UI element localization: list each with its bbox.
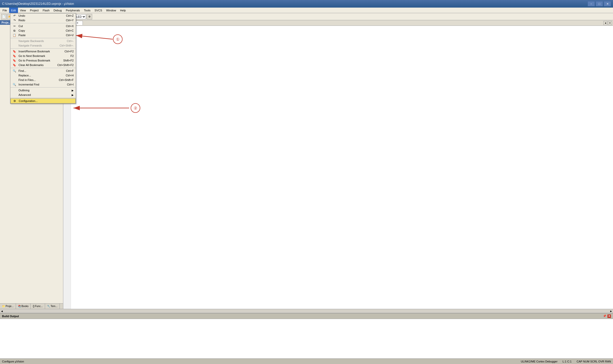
caps-text: CAP NUM SCRL OVR RAN (577, 360, 611, 363)
prev-bookmark-shortcut: Shift+F2 (63, 59, 74, 62)
clear-bookmarks-shortcut: Ctrl+Shift+F2 (57, 63, 74, 67)
title-controls: − □ ✕ (588, 1, 611, 6)
build-output-title: Build Output (2, 315, 19, 318)
copy-icon: ⧉ (12, 29, 16, 32)
menu-bar: File Edit View Project Flash Debug Perip… (0, 8, 613, 13)
find-label: Find... (18, 69, 26, 72)
nav-back-shortcut: Ctrl+- (67, 39, 74, 42)
menu-item-next-bookmark[interactable]: 🔖 Go to Next Bookmark F2 (10, 54, 76, 58)
redo-icon: ↷ (12, 19, 16, 22)
menu-help[interactable]: Help (118, 8, 128, 13)
editor-close[interactable]: ✕ (608, 21, 612, 25)
tab-controls: ◄ ✕ (603, 21, 612, 25)
sep-6 (10, 98, 76, 98)
menu-svcs[interactable]: SVCS (92, 8, 104, 13)
find-files-label: Find in Files... (18, 78, 36, 81)
advanced-label: Advanced (18, 93, 31, 96)
menu-item-advanced[interactable]: Advanced ▶ (10, 93, 76, 97)
menu-item-undo[interactable]: ↶ Undo Ctrl+Z (10, 13, 76, 18)
menu-item-cut[interactable]: ✂ Cut Ctrl+X (10, 24, 76, 28)
title-bar: C:\Users\wj\Desktop\20231214\LED.uvprojx… (0, 0, 613, 8)
menu-item-redo[interactable]: ↷ Redo Ctrl+Y (10, 18, 76, 23)
scroll-right-btn[interactable]: ► (610, 310, 612, 313)
sidebar-tab-project[interactable]: 📁 Proje... (0, 304, 16, 309)
h-scrollbar-track[interactable] (4, 310, 609, 312)
bookmark-icon: 🔖 (12, 50, 16, 53)
menu-item-paste[interactable]: 📋 Paste Ctrl+V (10, 33, 76, 37)
tem-icon: 🔧 (47, 305, 50, 308)
sep-4 (10, 68, 76, 68)
toolbar-settings[interactable]: ⚙ (87, 14, 92, 19)
target-select[interactable]: LED (75, 14, 86, 19)
menu-item-prev-bookmark[interactable]: 🔖 Go to Previous Bookmark Shift+F2 (10, 58, 76, 63)
editor-content[interactable]: 1 (63, 26, 613, 309)
status-left-text: Configure µVision (2, 360, 24, 363)
menu-item-replace[interactable]: Replace... Ctrl+H (10, 73, 76, 78)
nav-fwd-shortcut: Ctrl+Shift+- (60, 44, 74, 47)
insert-bookmark-shortcut: Ctrl+F2 (65, 50, 74, 53)
menu-edit[interactable]: Edit (9, 8, 18, 13)
menu-peripherals[interactable]: Peripherals (64, 8, 82, 13)
redo-shortcut: Ctrl+Y (66, 19, 74, 22)
sidebar-tab-func[interactable]: {} Func... (31, 304, 45, 309)
menu-debug[interactable]: Debug (52, 8, 64, 13)
menu-window[interactable]: Window (104, 8, 118, 13)
tab-close-icon[interactable]: ✕ (76, 22, 78, 24)
paste-icon: 📋 (12, 34, 16, 37)
position-text: L:1 C:1 (563, 360, 571, 363)
sep-3 (10, 48, 76, 49)
menu-item-configuration[interactable]: ⚙ Configuration... (10, 98, 76, 103)
editor-area: main.c ✕ ◄ ✕ 1 (63, 20, 613, 309)
books-icon: 📚 (18, 305, 21, 308)
cut-shortcut: Ctrl+X (66, 25, 74, 28)
outlining-arrow: ▶ (72, 89, 74, 92)
undo-shortcut: Ctrl+Z (66, 14, 74, 17)
insert-bookmark-label: Insert/Remove Bookmark (18, 50, 50, 53)
replace-label: Replace... (18, 74, 31, 77)
editor-nav-left[interactable]: ◄ (603, 21, 607, 25)
next-bookmark-icon: 🔖 (12, 54, 16, 58)
menu-file[interactable]: File (1, 8, 9, 13)
status-bar: Configure µVision ULINK2/ME Cortex Debug… (0, 358, 613, 364)
scroll-left-btn[interactable]: ◄ (1, 310, 3, 313)
nav-back-label: Navigate Backwards (18, 39, 44, 42)
maximize-button[interactable]: □ (596, 1, 603, 6)
build-output-pin-icon[interactable]: 📌 (603, 314, 606, 318)
config-icon: ⚙ (13, 99, 17, 103)
menu-item-find-files[interactable]: Find in Files... Ctrl+Shift+F (10, 78, 76, 82)
menu-item-copy[interactable]: ⧉ Copy Ctrl+C (10, 28, 76, 33)
toolbar: 📄 📂 💾 ✂ ⧉ 📋 ↶ ↷ 🔨 ▶ ■ LED ⚙ (0, 13, 613, 20)
find-icon: 🔍 (12, 69, 16, 73)
h-scroll[interactable]: ◄ ► (0, 309, 613, 313)
debugger-text: ULINK2/ME Cortex Debugger (521, 360, 558, 363)
copy-label: Copy (18, 29, 25, 32)
build-output-content (0, 319, 613, 358)
sidebar-tabs: 📁 Proje... 📚 Books {} Func... 🔧 Tem... (0, 303, 63, 309)
project-icon: 📁 (2, 305, 5, 308)
undo-label: Undo (18, 14, 25, 17)
cut-label: Cut (18, 25, 23, 28)
minimize-button[interactable]: − (588, 1, 595, 6)
editor-tab-bar: main.c ✕ ◄ ✕ (63, 20, 613, 26)
menu-tools[interactable]: Tools (82, 8, 93, 13)
cut-icon: ✂ (12, 25, 16, 28)
main-layout: Proje... ◄ 📁 Proje... 📚 Books {} Func...… (0, 20, 613, 309)
toolbar-new[interactable]: 📄 (1, 14, 7, 19)
menu-item-outlining[interactable]: Outlining ▶ (10, 88, 76, 93)
menu-item-insert-bookmark[interactable]: 🔖 Insert/Remove Bookmark Ctrl+F2 (10, 49, 76, 54)
close-button[interactable]: ✕ (604, 1, 611, 6)
menu-item-incremental-find[interactable]: 🔍 Incremental Find Ctrl+I (10, 82, 76, 87)
build-output-close-icon[interactable]: ✕ (607, 314, 611, 318)
menu-item-clear-bookmarks[interactable]: 🔖 Clear All Bookmarks Ctrl+Shift+F2 (10, 63, 76, 67)
menu-flash[interactable]: Flash (41, 8, 52, 13)
replace-shortcut: Ctrl+H (66, 74, 74, 77)
menu-item-find[interactable]: 🔍 Find... Ctrl+F (10, 69, 76, 73)
sidebar-title: Proje... (2, 21, 11, 24)
sidebar-tab-tem[interactable]: 🔧 Tem... (45, 304, 60, 309)
sidebar-tab-books[interactable]: 📚 Books (16, 304, 31, 309)
redo-label: Redo (18, 19, 25, 22)
menu-view[interactable]: View (18, 8, 28, 13)
menu-project[interactable]: Project (28, 8, 41, 13)
configuration-label: Configuration... (19, 99, 38, 102)
advanced-arrow: ▶ (72, 94, 74, 96)
